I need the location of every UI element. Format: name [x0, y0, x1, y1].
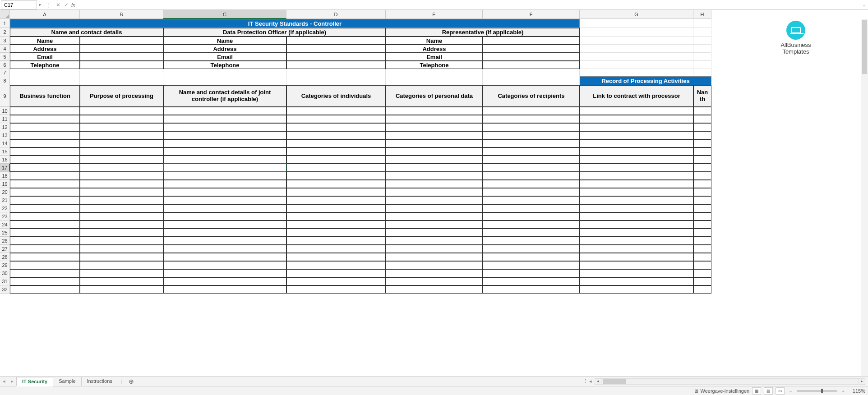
cell-B23[interactable]	[80, 212, 163, 220]
cell-E12[interactable]	[386, 123, 483, 131]
cell-D31[interactable]	[286, 277, 386, 285]
cell-B10[interactable]	[80, 107, 163, 115]
cell-F24[interactable]	[483, 220, 580, 229]
select-all-corner[interactable]	[0, 10, 10, 19]
cell-H31[interactable]	[693, 277, 711, 285]
cell-E25[interactable]	[386, 229, 483, 237]
row-header-32[interactable]: 32	[0, 285, 10, 294]
cell-B12[interactable]	[80, 123, 163, 131]
row-header-23[interactable]: 23	[0, 212, 10, 220]
label-telephone-3[interactable]: Telephone	[386, 61, 483, 69]
cell-H28[interactable]	[693, 253, 711, 261]
cell-B8[interactable]	[80, 76, 163, 85]
cell-A24[interactable]	[10, 220, 80, 229]
cell-B26[interactable]	[80, 237, 163, 245]
cell-F12[interactable]	[483, 123, 580, 131]
cell-D18[interactable]	[286, 172, 386, 180]
row-header-27[interactable]: 27	[0, 245, 10, 253]
table-header-1[interactable]: Purpose of processing	[80, 85, 163, 107]
fx-icon[interactable]: fx	[70, 2, 77, 8]
tab-nav-first-icon[interactable]: ◂	[0, 378, 8, 384]
label-email-2[interactable]: Email	[163, 53, 286, 61]
scroll-right-icon[interactable]: ▸	[859, 379, 865, 384]
cell-G5[interactable]	[580, 53, 693, 61]
cell-H2[interactable]	[693, 28, 711, 37]
cell-B21[interactable]	[80, 196, 163, 204]
cell-F21[interactable]	[483, 196, 580, 204]
cell-B32[interactable]	[80, 285, 163, 294]
cell-G17[interactable]	[580, 164, 693, 172]
cell-H24[interactable]	[693, 220, 711, 229]
cell-F29[interactable]	[483, 261, 580, 269]
cell-C12[interactable]	[163, 123, 286, 131]
cell-G26[interactable]	[580, 237, 693, 245]
cell-E18[interactable]	[386, 172, 483, 180]
cell-G6[interactable]	[580, 61, 693, 69]
cell-A13[interactable]	[10, 131, 80, 139]
cell-D19[interactable]	[286, 180, 386, 188]
cell-D10[interactable]	[286, 107, 386, 115]
row-header-4[interactable]: 4	[0, 45, 10, 53]
cell-C18[interactable]	[163, 172, 286, 180]
row-header-2[interactable]: 2	[0, 28, 10, 37]
cell-D27[interactable]	[286, 245, 386, 253]
cell-D7[interactable]	[286, 69, 386, 76]
input-name-3[interactable]	[483, 37, 580, 45]
cell-B20[interactable]	[80, 188, 163, 196]
cell-G21[interactable]	[580, 196, 693, 204]
cell-F22[interactable]	[483, 204, 580, 212]
row-header-12[interactable]: 12	[0, 123, 10, 131]
row-header-1[interactable]: 1	[0, 19, 10, 28]
input-address-2[interactable]	[286, 45, 386, 53]
row-header-9[interactable]: 9	[0, 85, 10, 107]
cell-B16[interactable]	[80, 156, 163, 164]
cell-B29[interactable]	[80, 261, 163, 269]
cell-G32[interactable]	[580, 285, 693, 294]
cell-C16[interactable]	[163, 156, 286, 164]
cell-E19[interactable]	[386, 180, 483, 188]
cell-H20[interactable]	[693, 188, 711, 196]
row-header-28[interactable]: 28	[0, 253, 10, 261]
cell-E13[interactable]	[386, 131, 483, 139]
cell-G15[interactable]	[580, 147, 693, 156]
horizontal-scrollbar[interactable]: ◂ ▸	[595, 378, 865, 385]
cell-A19[interactable]	[10, 180, 80, 188]
row-header-22[interactable]: 22	[0, 204, 10, 212]
cell-C30[interactable]	[163, 269, 286, 277]
cell-D28[interactable]	[286, 253, 386, 261]
cell-H5[interactable]	[693, 53, 711, 61]
cell-E23[interactable]	[386, 212, 483, 220]
cell-F11[interactable]	[483, 115, 580, 123]
row-header-11[interactable]: 11	[0, 115, 10, 123]
row-header-20[interactable]: 20	[0, 188, 10, 196]
record-banner[interactable]: Record of Processing Activities	[580, 76, 711, 85]
cell-G7[interactable]	[580, 69, 693, 76]
cell-A12[interactable]	[10, 123, 80, 131]
cell-G27[interactable]	[580, 245, 693, 253]
cell-C8[interactable]	[163, 76, 286, 85]
cell-G11[interactable]	[580, 115, 693, 123]
cell-C25[interactable]	[163, 229, 286, 237]
cell-C13[interactable]	[163, 131, 286, 139]
cell-H17[interactable]	[693, 164, 711, 172]
cell-H16[interactable]	[693, 156, 711, 164]
cell-C23[interactable]	[163, 212, 286, 220]
cell-B19[interactable]	[80, 180, 163, 188]
label-name-1[interactable]: Name	[10, 37, 80, 45]
cell-G31[interactable]	[580, 277, 693, 285]
normal-view-button[interactable]: ▦	[752, 387, 761, 395]
cell-B18[interactable]	[80, 172, 163, 180]
cell-F17[interactable]	[483, 164, 580, 172]
cell-C14[interactable]	[163, 139, 286, 147]
cell-A21[interactable]	[10, 196, 80, 204]
zoom-level[interactable]: 115%	[849, 388, 865, 394]
label-telephone-1[interactable]: Telephone	[10, 61, 80, 69]
cell-F26[interactable]	[483, 237, 580, 245]
cell-H25[interactable]	[693, 229, 711, 237]
cell-A20[interactable]	[10, 188, 80, 196]
cell-E29[interactable]	[386, 261, 483, 269]
cancel-icon[interactable]: ✕	[54, 2, 62, 8]
row-header-17[interactable]: 17	[0, 164, 10, 172]
cell-G2[interactable]	[580, 28, 693, 37]
row-header-31[interactable]: 31	[0, 277, 10, 285]
